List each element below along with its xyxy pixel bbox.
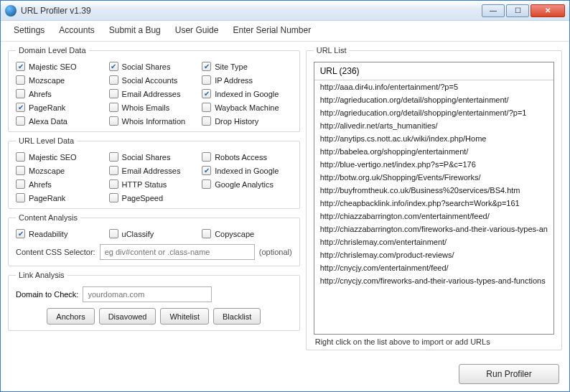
checkbox-icon (109, 75, 118, 85)
app-icon (5, 5, 17, 17)
checkbox-label: Social Shares (122, 62, 171, 71)
url-list-item[interactable]: http://chiazzabarrington.com/fireworks-a… (314, 223, 553, 235)
checkbox-icon (16, 103, 25, 112)
domain-check-wayback-machine[interactable]: Wayback Machine (202, 103, 292, 112)
url-check-majestic-seo[interactable]: Majestic SEO (16, 152, 106, 162)
url-list[interactable]: http://aaa.dir4u.info/entertainment/?p=5… (314, 80, 553, 334)
css-selector-label: Content CSS Selector: (16, 248, 95, 256)
checkbox-label: Social Accounts (122, 76, 178, 85)
content-check-readability[interactable]: Readability (16, 229, 106, 238)
checkbox-icon (202, 166, 211, 175)
css-selector-input[interactable] (100, 244, 255, 260)
url-list-item[interactable]: http://chrislemay.com/entertainment/ (314, 235, 553, 248)
domain-check-ip-address[interactable]: IP Address (202, 75, 292, 85)
url-list-item[interactable]: http://babelea.org/shopping/entertainmen… (314, 145, 553, 158)
url-list-item[interactable]: http://cheapbacklink.info/index.php?sear… (314, 197, 553, 210)
domain-level-group: Domain Level Data Majestic SEOSocial Sha… (8, 46, 300, 132)
checkbox-icon (202, 229, 211, 238)
checkbox-label: Copyscape (215, 230, 254, 238)
url-list-item[interactable]: http://chiazzabarrington.com/entertainme… (314, 210, 553, 223)
url-check-pagespeed[interactable]: PageSpeed (109, 193, 200, 202)
checkbox-label: Majestic SEO (29, 62, 77, 71)
content-analysis-legend: Content Analysis (16, 213, 80, 222)
url-check-mozscape[interactable]: Mozscape (16, 166, 106, 175)
url-list-item[interactable]: http://chrislemay.com/product-reviews/ (314, 248, 553, 261)
url-check-social-shares[interactable]: Social Shares (109, 152, 200, 162)
url-list-item[interactable]: http://cnycjy.com/fireworks-and-their-va… (314, 274, 553, 287)
checkbox-label: Mozscape (29, 76, 65, 85)
domain-check-whois-information[interactable]: Whois Information (109, 116, 200, 126)
checkbox-icon (109, 179, 118, 189)
checkbox-label: Wayback Machine (215, 103, 279, 112)
close-button[interactable]: ✕ (531, 4, 565, 17)
checkbox-label: Social Shares (122, 153, 171, 162)
optional-label: (optional) (259, 248, 292, 256)
url-list-header[interactable]: URL (236) (314, 62, 553, 80)
url-check-google-analytics[interactable]: Google Analytics (202, 179, 292, 189)
checkbox-label: Readability (29, 230, 67, 238)
checkbox-icon (109, 116, 118, 126)
domain-check-drop-history[interactable]: Drop History (202, 116, 292, 126)
url-list-item[interactable]: http://agrieducation.org/detail/shopping… (314, 106, 553, 119)
domain-check-indexed-in-google[interactable]: Indexed in Google (202, 89, 292, 98)
checkbox-label: PageSpeed (122, 194, 164, 202)
minimize-button[interactable]: — (482, 4, 505, 17)
checkbox-icon (16, 116, 25, 126)
domain-check-social-accounts[interactable]: Social Accounts (109, 75, 200, 85)
checkbox-label: Whois Emails (122, 103, 170, 112)
url-check-ahrefs[interactable]: Ahrefs (16, 179, 106, 189)
checkbox-icon (202, 103, 211, 112)
run-profiler-button[interactable]: Run Profiler (459, 364, 559, 384)
url-list-legend: URL List (314, 46, 350, 55)
domain-check-input[interactable] (83, 286, 212, 302)
url-list-item[interactable]: http://alivedir.net/arts_humanities/ (314, 119, 553, 132)
anchors-button[interactable]: Anchors (47, 308, 94, 325)
checkbox-icon (202, 116, 211, 126)
domain-check-majestic-seo[interactable]: Majestic SEO (16, 62, 106, 71)
content-check-copyscape[interactable]: Copyscape (202, 229, 292, 238)
url-check-email-addresses[interactable]: Email Addresses (109, 166, 200, 175)
menu-item-enter-serial-number[interactable]: Enter Serial Number (227, 24, 317, 37)
domain-check-social-shares[interactable]: Social Shares (109, 62, 200, 71)
url-list-item[interactable]: http://aaa.dir4u.info/entertainment/?p=5 (314, 80, 553, 93)
maximize-button[interactable]: ☐ (506, 4, 529, 17)
checkbox-icon (16, 179, 25, 189)
domain-check-mozscape[interactable]: Mozscape (16, 75, 106, 85)
url-list-item[interactable]: http://agrieducation.org/detail/shopping… (314, 93, 553, 106)
domain-check-site-type[interactable]: Site Type (202, 62, 292, 71)
checkbox-icon (109, 229, 118, 238)
menu-item-settings[interactable]: Settings (8, 24, 50, 37)
checkbox-icon (109, 152, 118, 162)
url-list-group: URL List URL (236) http://aaa.dir4u.info… (306, 46, 562, 350)
url-check-http-status[interactable]: HTTP Status (109, 179, 200, 189)
domain-check-pagerank[interactable]: PageRank (16, 103, 106, 112)
disavowed-button[interactable]: Disavowed (99, 308, 156, 325)
domain-check-alexa-data[interactable]: Alexa Data (16, 116, 106, 126)
checkbox-icon (16, 89, 25, 98)
domain-check-whois-emails[interactable]: Whois Emails (109, 103, 200, 112)
checkbox-icon (109, 103, 118, 112)
checkbox-label: Ahrefs (29, 180, 52, 189)
menu-item-submit-a-bug[interactable]: Submit a Bug (103, 24, 167, 37)
url-list-item[interactable]: http://buyfromtheuk.co.uk/Business%20ser… (314, 184, 553, 197)
checkbox-label: IP Address (215, 76, 253, 85)
checkbox-icon (16, 75, 25, 85)
domain-check-label: Domain to Check: (16, 290, 78, 299)
titlebar: URL Profiler v1.39 — ☐ ✕ (1, 1, 569, 21)
blacklist-button[interactable]: Blacklist (213, 308, 261, 325)
checkbox-icon (202, 179, 211, 189)
url-list-item[interactable]: http://anytips.cs.nott.ac.uk/wiki/index.… (314, 132, 553, 145)
checkbox-icon (16, 229, 25, 238)
domain-check-ahrefs[interactable]: Ahrefs (16, 89, 106, 98)
url-list-item[interactable]: http://cnycjy.com/entertainment/feed/ (314, 261, 553, 274)
url-list-item[interactable]: http://botw.org.uk/Shopping/Events/Firew… (314, 171, 553, 184)
url-list-item[interactable]: http://blue-vertigo.net/index.php?s=P&c=… (314, 158, 553, 171)
menu-item-accounts[interactable]: Accounts (53, 24, 100, 37)
url-check-indexed-in-google[interactable]: Indexed in Google (202, 166, 292, 175)
url-check-pagerank[interactable]: PageRank (16, 193, 106, 202)
whitelist-button[interactable]: Whitelist (160, 308, 209, 325)
menu-item-user-guide[interactable]: User Guide (169, 24, 225, 37)
content-check-uclassify[interactable]: uClassify (109, 229, 200, 238)
url-check-robots-access[interactable]: Robots Access (202, 152, 292, 162)
domain-check-email-addresses[interactable]: Email Addresses (109, 89, 200, 98)
